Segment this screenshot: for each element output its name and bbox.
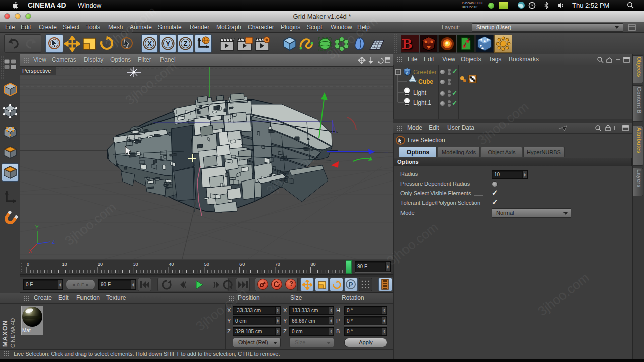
svg-text:80: 80 — [310, 262, 315, 267]
svg-text:Y: Y — [35, 225, 39, 230]
svg-text:60: 60 — [239, 262, 245, 267]
svg-text:40: 40 — [169, 262, 174, 267]
svg-text:10: 10 — [62, 262, 67, 267]
svg-text:Z: Z — [184, 40, 188, 47]
svg-text:30: 30 — [133, 262, 138, 267]
svg-text:Z: Z — [52, 239, 55, 245]
svg-text:20: 20 — [98, 262, 103, 267]
svg-text:0: 0 — [27, 262, 29, 267]
svg-text:50: 50 — [204, 262, 209, 267]
svg-text:X: X — [147, 40, 152, 47]
svg-text:Y: Y — [166, 40, 170, 47]
svg-text:P: P — [349, 281, 353, 288]
svg-text:X: X — [29, 248, 32, 254]
svg-text:g: g — [406, 71, 408, 75]
svg-text:70: 70 — [275, 262, 280, 267]
